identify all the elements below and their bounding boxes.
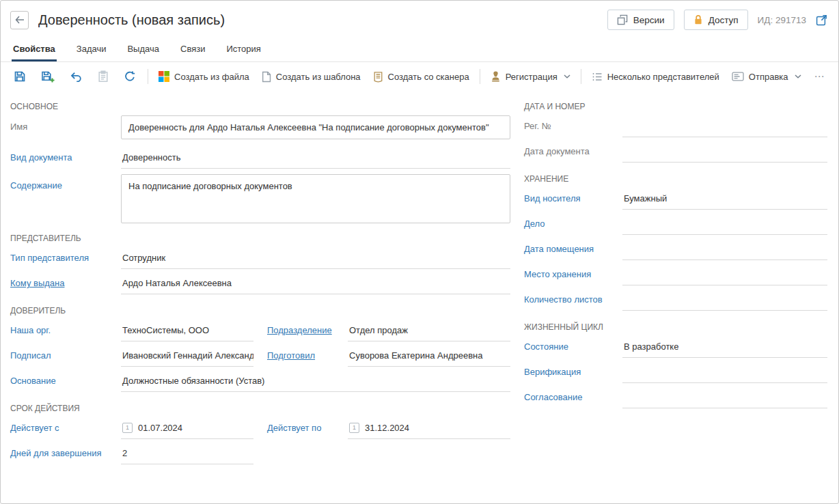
toolbar-separator: [581, 69, 581, 84]
signed-by-field[interactable]: Ивановский Геннадий Александрович: [121, 345, 253, 367]
state-label: Состояние: [524, 341, 622, 352]
refresh-button[interactable]: [116, 66, 143, 87]
issued-to-field[interactable]: Ардо Наталья Алексеевна: [121, 272, 510, 294]
calendar-icon[interactable]: 1: [349, 423, 359, 433]
reg-no-label: Рег. №: [524, 121, 622, 131]
paste-icon: [98, 70, 109, 83]
toolbar-separator: [148, 69, 148, 84]
office-squares-icon: [159, 71, 169, 82]
scanner-icon: [373, 71, 383, 83]
subject-textarea[interactable]: На подписание договорных документов: [121, 174, 510, 223]
days-to-complete-label: Дней для завершения: [10, 448, 121, 458]
registration-button[interactable]: Регистрация: [484, 66, 577, 87]
versions-label: Версии: [633, 15, 665, 25]
sending-button[interactable]: Отправка: [726, 67, 808, 87]
representative-type-field[interactable]: Сотрудник: [121, 247, 510, 269]
section-main: ОСНОВНОЕ: [10, 102, 510, 111]
paste-button[interactable]: [90, 66, 116, 87]
valid-to-label: Действует по: [267, 423, 348, 433]
section-date-number: ДАТА И НОМЕР: [524, 102, 827, 111]
save-and-new-button[interactable]: [33, 66, 62, 87]
prepared-by-field[interactable]: Суворова Екатерина Андреевна: [348, 345, 510, 367]
approval-label: Согласование: [524, 392, 622, 402]
document-icon: [262, 71, 271, 83]
stamp-icon: [491, 71, 501, 82]
tab-links[interactable]: Связи: [179, 40, 206, 61]
basis-label: Основание: [10, 376, 121, 386]
valid-from-field[interactable]: 1 01.07.2024: [121, 417, 253, 439]
storage-place-field[interactable]: [622, 264, 827, 285]
reg-no-field[interactable]: [622, 115, 827, 137]
properties-form: ОСНОВНОЕ Имя Доверенность для Ардо Натал…: [1, 90, 838, 466]
verification-label: Верификация: [524, 367, 622, 377]
back-arrow-icon: [15, 16, 25, 24]
chevron-down-icon: [795, 74, 801, 79]
versions-button[interactable]: Версии: [607, 10, 674, 30]
tab-tasks[interactable]: Задачи: [75, 40, 108, 61]
placement-date-field[interactable]: [622, 238, 827, 260]
valid-to-value: 31.12.2024: [365, 423, 409, 433]
prepared-by-link[interactable]: Подготовил: [267, 350, 348, 361]
section-validity: СРОК ДЕЙСТВИЯ: [10, 404, 510, 413]
chevron-down-icon: [564, 74, 570, 79]
form-left-column: ОСНОВНОЕ Имя Доверенность для Ардо Натал…: [10, 92, 510, 466]
refresh-icon: [124, 70, 136, 83]
issued-to-link[interactable]: Кому выдана: [10, 278, 121, 288]
app-window: Доверенность (новая запись) Версии Досту…: [0, 0, 839, 504]
tab-issue[interactable]: Выдача: [126, 40, 161, 61]
tab-bar: Свойства Задачи Выдача Связи История: [1, 40, 838, 62]
tab-history[interactable]: История: [225, 40, 262, 61]
doc-kind-field[interactable]: Доверенность: [121, 147, 510, 169]
case-field[interactable]: [622, 213, 827, 235]
lock-icon: [693, 14, 703, 25]
doc-date-label: Дата документа: [524, 146, 622, 156]
form-right-column: ДАТА И НОМЕР Рег. № Дата документа ХРАНЕ…: [524, 92, 827, 466]
send-form-icon: [732, 72, 744, 81]
valid-from-label: Действует с: [10, 423, 121, 433]
open-in-new-icon[interactable]: [816, 14, 827, 26]
create-from-scanner-button[interactable]: Создать со сканера: [367, 66, 476, 87]
tab-properties[interactable]: Свойства: [12, 40, 57, 61]
record-id: ИД: 291713: [758, 15, 806, 25]
name-textarea[interactable]: Доверенность для Ардо Наталья Алексеевна…: [121, 115, 510, 139]
storage-place-label: Место хранения: [524, 269, 622, 279]
toolbar: Создать из файла Создать из шаблона Созд…: [1, 62, 838, 90]
back-button[interactable]: [10, 11, 29, 29]
access-button[interactable]: Доступ: [684, 10, 748, 30]
medium-label: Вид носителя: [524, 193, 622, 204]
placement-date-label: Дата помещения: [524, 244, 622, 254]
signed-by-label: Подписал: [10, 350, 121, 361]
sheets-count-label: Количество листов: [524, 294, 622, 305]
more-actions-button[interactable]: ⋯: [808, 68, 833, 85]
access-label: Доступ: [709, 15, 739, 25]
numbered-list-icon: [592, 72, 603, 82]
valid-to-field[interactable]: 1 31.12.2024: [348, 417, 510, 439]
doc-date-field[interactable]: [622, 141, 827, 163]
section-storage: ХРАНЕНИЕ: [524, 174, 827, 184]
save-button[interactable]: [6, 66, 33, 87]
days-to-complete-field[interactable]: 2: [121, 443, 253, 464]
calendar-icon[interactable]: 1: [122, 423, 133, 433]
multiple-representatives-label: Несколько представителей: [607, 72, 719, 82]
department-field[interactable]: Отдел продаж: [348, 320, 510, 341]
approval-field[interactable]: [622, 387, 827, 408]
verification-field[interactable]: [622, 361, 827, 383]
our-org-field[interactable]: ТехноСистемы, ООО: [121, 320, 253, 341]
department-link[interactable]: Подразделение: [267, 325, 348, 335]
create-from-file-button[interactable]: Создать из файла: [152, 66, 256, 87]
basis-field[interactable]: Должностные обязанности (Устав): [121, 370, 510, 392]
subject-label: Содержание: [10, 174, 121, 191]
create-from-scanner-label: Создать со сканера: [388, 72, 469, 82]
undo-icon: [70, 71, 83, 82]
multiple-representatives-button[interactable]: Несколько представителей: [586, 67, 726, 87]
medium-field[interactable]: Бумажный: [622, 188, 827, 210]
doc-kind-label: Вид документа: [10, 152, 121, 163]
create-from-template-button[interactable]: Создать из шаблона: [256, 66, 367, 87]
sheets-count-field[interactable]: [622, 289, 827, 311]
page-title: Доверенность (новая запись): [38, 12, 607, 28]
save-plus-icon: [41, 70, 55, 83]
undo-button[interactable]: [62, 66, 90, 87]
versions-icon: [617, 14, 628, 25]
state-field[interactable]: В разработке: [622, 336, 827, 358]
representative-type-label: Тип представителя: [10, 253, 121, 263]
